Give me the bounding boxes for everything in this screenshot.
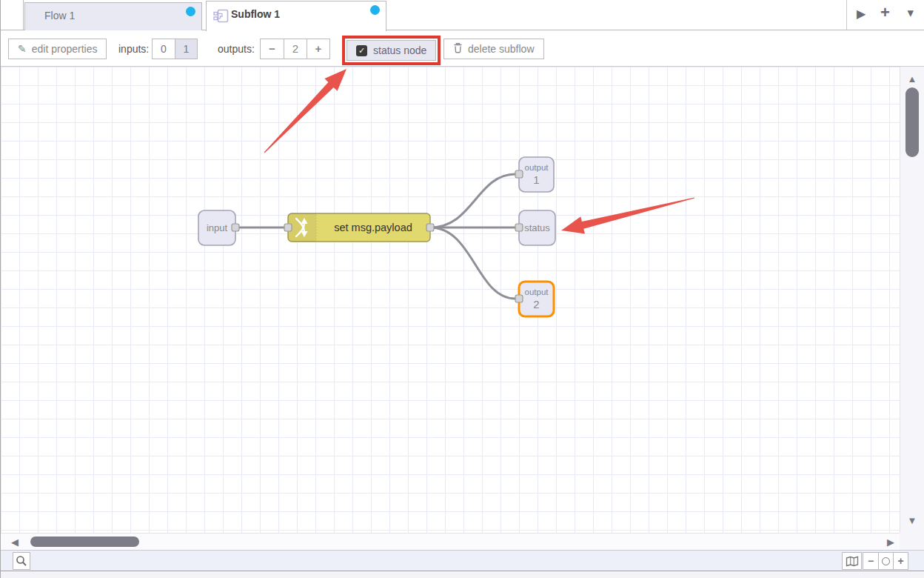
workspace-footer: − +: [1, 550, 924, 571]
inputs-option-0[interactable]: 0: [153, 39, 175, 59]
modified-dot: [186, 7, 195, 16]
horizontal-scrollbar-thumb[interactable]: [30, 537, 139, 547]
pencil-icon: ✎: [18, 43, 27, 55]
delete-subflow-button[interactable]: delete subflow: [443, 39, 544, 59]
navigator-toggle-button[interactable]: [842, 552, 862, 570]
horizontal-scrollbar[interactable]: ◀ ▶: [1, 533, 900, 550]
outputs-increase-button[interactable]: +: [307, 39, 329, 59]
node-red-workspace: Flow 1 Subflow 1 ▶ + ▾ ✎ edit pr: [0, 0, 924, 578]
scroll-down-icon[interactable]: ▼: [900, 515, 924, 526]
zoom-controls: − +: [863, 552, 908, 570]
tab-label: Flow 1: [44, 10, 75, 21]
zoom-in-button[interactable]: +: [893, 553, 908, 569]
node-label: input: [207, 222, 228, 233]
node-label: output: [525, 288, 549, 296]
node-number: 1: [533, 173, 539, 186]
flow-list-chevron-down-icon[interactable]: ▾: [907, 5, 914, 21]
edit-properties-button[interactable]: ✎ edit properties: [8, 39, 107, 59]
outputs-decrease-button[interactable]: −: [261, 39, 284, 59]
scroll-right-icon[interactable]: ▶: [887, 537, 894, 548]
tab-flow-1[interactable]: Flow 1: [24, 2, 202, 30]
tab-label: Subflow 1: [231, 8, 280, 20]
input-port[interactable]: [515, 295, 523, 302]
output-port[interactable]: [426, 224, 434, 231]
grid-background: [1, 67, 900, 533]
add-flow-icon[interactable]: +: [880, 3, 890, 22]
next-tab-icon[interactable]: ▶: [857, 7, 866, 21]
inputs-count-toggle: 0 1: [152, 39, 198, 59]
outputs-stepper: − 2 +: [260, 39, 330, 59]
output-port[interactable]: [232, 224, 239, 231]
delete-subflow-label: delete subflow: [468, 43, 535, 55]
node-label: set msg.payload: [334, 222, 412, 233]
flow-svg: input set msg.payload: [1, 67, 900, 533]
outputs-count-value: 2: [284, 39, 307, 59]
tab-subflow-1[interactable]: Subflow 1: [206, 1, 386, 31]
node-subflow-output-1[interactable]: output 1: [515, 157, 554, 192]
input-port[interactable]: [284, 224, 292, 231]
flow-canvas[interactable]: input set msg.payload: [1, 67, 900, 533]
edit-properties-label: edit properties: [32, 43, 98, 55]
node-subflow-status[interactable]: status: [515, 210, 555, 245]
subflow-icon: [213, 9, 229, 26]
input-port[interactable]: [515, 170, 523, 178]
map-icon: [846, 556, 859, 567]
zoom-reset-icon: [882, 557, 890, 565]
inputs-option-1-selected[interactable]: 1: [175, 39, 197, 59]
vertical-scrollbar-thumb[interactable]: [905, 87, 919, 157]
subflow-toolbar: ✎ edit properties inputs: 0 1 outputs: −…: [1, 30, 924, 67]
scrollbar-corner: [900, 533, 924, 550]
input-port[interactable]: [515, 224, 523, 231]
red-highlight-box: ✓ status node: [342, 36, 441, 65]
vertical-scrollbar[interactable]: ▲ ▼: [900, 67, 924, 533]
trash-icon: [453, 42, 463, 56]
search-button[interactable]: [13, 552, 30, 570]
outputs-label: outputs:: [218, 43, 255, 55]
flow-tab-bar: Flow 1 Subflow 1 ▶ + ▾: [1, 0, 924, 30]
tab-scroll-left-area: [1, 0, 24, 30]
scroll-up-icon[interactable]: ▲: [900, 73, 924, 84]
node-label: status: [524, 222, 550, 233]
checkbox-checked-icon[interactable]: ✓: [356, 45, 367, 56]
status-node-checkbox-button[interactable]: ✓ status node: [346, 40, 436, 61]
inputs-label: inputs:: [118, 43, 149, 55]
zoom-reset-button[interactable]: [878, 553, 893, 569]
scroll-left-icon[interactable]: ◀: [11, 537, 19, 548]
zoom-out-button[interactable]: −: [863, 553, 878, 569]
node-number: 2: [533, 298, 539, 310]
tab-bar-actions: ▶ + ▾: [846, 0, 924, 30]
node-icon-area: [288, 213, 316, 242]
node-label: output: [525, 163, 549, 172]
window-bottom-strip: [1, 572, 924, 578]
search-icon: [16, 555, 27, 567]
status-node-label: status node: [373, 44, 426, 56]
node-subflow-input[interactable]: input: [198, 210, 239, 245]
node-subflow-output-2-selected[interactable]: output 2: [515, 282, 554, 316]
modified-dot: [370, 5, 380, 15]
node-change-set-msg-payload[interactable]: set msg.payload: [284, 213, 434, 242]
